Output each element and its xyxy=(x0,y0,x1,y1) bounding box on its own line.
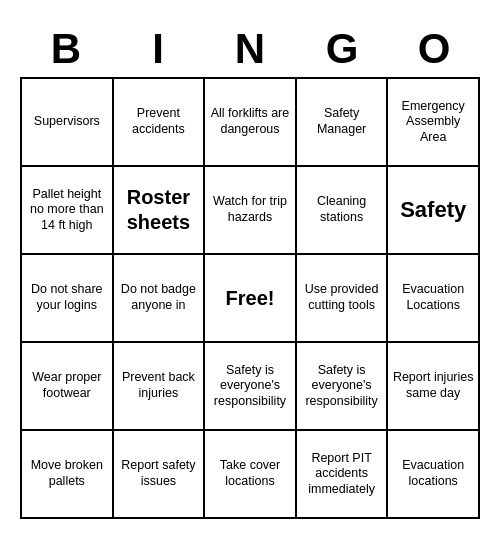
bingo-cell-14: Evacuation Locations xyxy=(388,255,480,343)
bingo-cell-2: All forklifts are dangerous xyxy=(205,79,297,167)
bingo-cell-15: Wear proper footwear xyxy=(22,343,114,431)
bingo-cell-13: Use provided cutting tools xyxy=(297,255,389,343)
bingo-cell-18: Safety is everyone's responsibility xyxy=(297,343,389,431)
bingo-header: BINGO xyxy=(20,25,480,73)
bingo-cell-10: Do not share your logins xyxy=(22,255,114,343)
bingo-cell-4: Emergency Assembly Area xyxy=(388,79,480,167)
bingo-cell-1: Prevent accidents xyxy=(114,79,206,167)
bingo-cell-3: Safety Manager xyxy=(297,79,389,167)
bingo-cell-24: Evacuation locations xyxy=(388,431,480,519)
bingo-letter-n: N xyxy=(206,25,294,73)
bingo-cell-17: Safety is everyone's responsibility xyxy=(205,343,297,431)
bingo-cell-7: Watch for trip hazards xyxy=(205,167,297,255)
bingo-cell-19: Report injuries same day xyxy=(388,343,480,431)
bingo-cell-11: Do not badge anyone in xyxy=(114,255,206,343)
bingo-cell-16: Prevent back injuries xyxy=(114,343,206,431)
bingo-cell-22: Take cover locations xyxy=(205,431,297,519)
bingo-letter-b: B xyxy=(22,25,110,73)
bingo-cell-20: Move broken pallets xyxy=(22,431,114,519)
bingo-cell-8: Cleaning stations xyxy=(297,167,389,255)
bingo-cell-0: Supervisors xyxy=(22,79,114,167)
bingo-cell-21: Report safety issues xyxy=(114,431,206,519)
bingo-cell-5: Pallet height no more than 14 ft high xyxy=(22,167,114,255)
bingo-letter-i: I xyxy=(114,25,202,73)
bingo-cell-9: Safety xyxy=(388,167,480,255)
bingo-card: BINGO SupervisorsPrevent accidentsAll fo… xyxy=(10,15,490,529)
bingo-letter-o: O xyxy=(390,25,478,73)
bingo-cell-6: Roster sheets xyxy=(114,167,206,255)
bingo-cell-23: Report PIT accidents immediately xyxy=(297,431,389,519)
bingo-cell-12: Free! xyxy=(205,255,297,343)
bingo-letter-g: G xyxy=(298,25,386,73)
bingo-grid: SupervisorsPrevent accidentsAll forklift… xyxy=(20,77,480,519)
